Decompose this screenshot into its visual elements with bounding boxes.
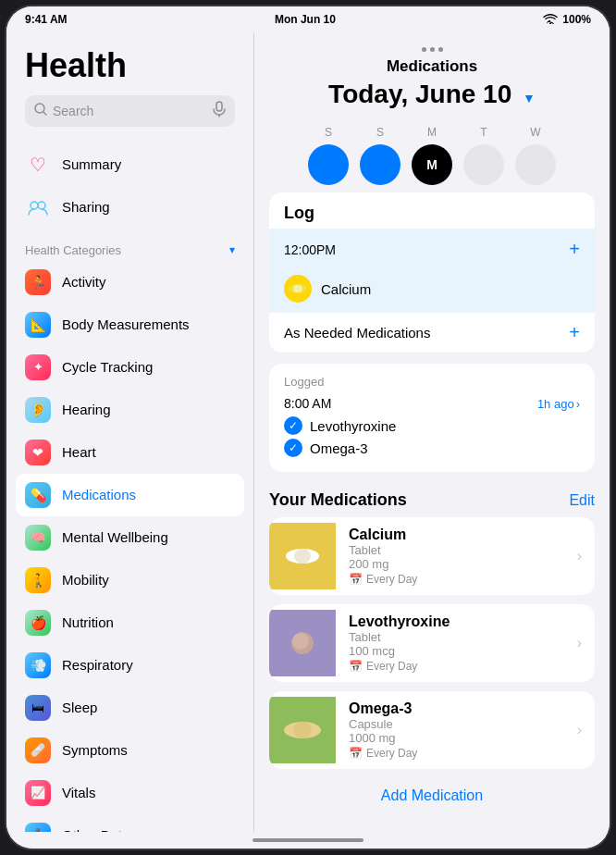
logged-med-omega3: ✓ Omega-3 xyxy=(284,439,580,457)
omega3-name: Omega-3 xyxy=(349,700,564,717)
om-freq-icon: 📅 xyxy=(349,747,363,760)
log-card: Log 12:00PM + Calcium As Needed Medicati… xyxy=(269,192,595,353)
levothyroxine-info: Levothyroxine Tablet 100 mcg 📅 Every Day xyxy=(349,604,564,682)
search-bar[interactable]: Search xyxy=(25,95,235,127)
svg-point-4 xyxy=(31,202,38,209)
log-time-row: 12:00PM + xyxy=(269,229,595,269)
sidebar-item-summary[interactable]: ♡ Summary xyxy=(16,143,244,186)
symptoms-icon: 🩹 xyxy=(25,737,51,763)
log-add-button[interactable]: + xyxy=(569,239,580,260)
status-bar: 9:41 AM Mon Jun 10 100% xyxy=(6,6,610,32)
wifi-icon xyxy=(543,13,558,27)
svg-point-11 xyxy=(292,633,309,650)
omega3-freq-label: Every Day xyxy=(366,747,417,760)
sidebar-item-symptoms[interactable]: 🩹 Symptoms xyxy=(16,729,244,772)
week-label-sat2: S xyxy=(376,126,384,139)
other-icon: ➕ xyxy=(25,823,51,832)
add-medication-button[interactable]: Add Medication xyxy=(381,787,483,804)
heart-icon: ❤ xyxy=(25,440,51,465)
logged-card: Logged 8:00 AM 1h ago › ✓ Levothyroxine … xyxy=(269,364,595,472)
date-title: Today, June 10 ▼ xyxy=(273,80,591,109)
sidebar-item-other[interactable]: ➕ Other Data xyxy=(16,814,244,832)
omega3-freq: 📅 Every Day xyxy=(349,747,564,760)
sharing-icon xyxy=(25,194,51,220)
sidebar-item-body[interactable]: 📐 Body Measurements xyxy=(16,304,244,346)
calcium-freq: 📅 Every Day xyxy=(349,573,564,586)
home-bar xyxy=(253,838,363,842)
log-header: Log xyxy=(269,192,595,229)
levothyroxine-bg-box xyxy=(269,610,336,676)
week-label-sat1: S xyxy=(325,126,332,139)
mobility-icon: 🚶 xyxy=(25,567,51,593)
logged-ago-value: 1h ago › xyxy=(537,397,580,411)
as-needed-add-button[interactable]: + xyxy=(569,322,580,343)
your-meds-header: Your Medications Edit xyxy=(254,483,610,517)
sidebar-item-sharing[interactable]: Sharing xyxy=(16,186,244,229)
calcium-type: Tablet xyxy=(349,543,564,557)
logged-header: Logged xyxy=(284,375,580,389)
sidebar-item-activity[interactable]: 🏃 Activity xyxy=(16,261,244,304)
dot-3 xyxy=(438,47,443,52)
mobility-label: Mobility xyxy=(62,572,109,588)
dot-2 xyxy=(430,47,435,52)
week-day-sat1[interactable]: S xyxy=(308,126,349,185)
levothyroxine-name: Levothyroxine xyxy=(349,613,564,630)
calcium-bg-box xyxy=(269,523,336,589)
log-med-row: Calcium xyxy=(269,269,595,312)
calcium-chevron-icon: › xyxy=(577,548,595,564)
week-label-wed: W xyxy=(530,126,540,139)
med-card-levothyroxine[interactable]: Levothyroxine Tablet 100 mcg 📅 Every Day… xyxy=(269,604,595,682)
home-indicator xyxy=(6,832,610,849)
svg-rect-2 xyxy=(216,102,222,111)
logged-ago-text: 1h ago xyxy=(537,397,574,411)
search-icon xyxy=(34,103,47,119)
week-day-wed[interactable]: W xyxy=(515,126,556,185)
lev-freq-icon: 📅 xyxy=(349,660,363,673)
week-day-sat2[interactable]: S xyxy=(360,126,400,185)
med-card-calcium[interactable]: Calcium Tablet 200 mg 📅 Every Day › xyxy=(269,517,595,595)
logged-med-levothyroxine: ✓ Levothyroxine xyxy=(284,416,580,435)
sharing-label: Sharing xyxy=(62,199,110,215)
mic-icon[interactable] xyxy=(213,101,226,121)
week-label-tue: T xyxy=(480,126,487,139)
cal-freq-icon: 📅 xyxy=(349,573,363,586)
sidebar-item-heart[interactable]: ❤ Heart xyxy=(16,431,244,474)
nutrition-label: Nutrition xyxy=(62,614,114,630)
sidebar-item-hearing[interactable]: 👂 Hearing xyxy=(16,389,244,431)
body-label: Body Measurements xyxy=(62,316,190,332)
sidebar-item-sleep[interactable]: 🛏 Sleep xyxy=(16,687,244,729)
sidebar-item-medications[interactable]: 💊 Medications xyxy=(16,474,244,516)
device-frame: 9:41 AM Mon Jun 10 100% Health Search xyxy=(6,6,610,849)
sidebar-item-respiratory[interactable]: 💨 Respiratory xyxy=(16,644,244,687)
log-time-label: 12:00PM xyxy=(284,242,336,257)
svg-point-5 xyxy=(38,202,45,209)
sidebar-item-mental[interactable]: 🧠 Mental Wellbeing xyxy=(16,516,244,559)
sidebar-item-mobility[interactable]: 🚶 Mobility xyxy=(16,559,244,601)
week-circle-mon: M xyxy=(412,144,452,185)
sidebar-item-vitals[interactable]: 📈 Vitals xyxy=(16,772,244,814)
omega3-dose: 1000 mg xyxy=(349,731,564,745)
top-dots xyxy=(273,42,591,57)
mental-label: Mental Wellbeing xyxy=(62,529,168,545)
sidebar-item-cycle[interactable]: ✦ Cycle Tracking xyxy=(16,346,244,389)
calcium-freq-label: Every Day xyxy=(366,573,417,586)
status-time: 9:41 AM xyxy=(25,13,68,26)
hearing-icon: 👂 xyxy=(25,397,51,423)
search-placeholder: Search xyxy=(53,104,207,118)
med-card-omega3[interactable]: Omega-3 Capsule 1000 mg 📅 Every Day › xyxy=(269,691,595,769)
logged-time-row: 8:00 AM 1h ago › xyxy=(284,396,580,411)
logged-med-label-1: Levothyroxine xyxy=(310,418,396,434)
week-day-tue[interactable]: T xyxy=(463,126,504,185)
edit-button[interactable]: Edit xyxy=(569,492,595,509)
categories-section-header: Health Categories ▾ xyxy=(6,229,253,261)
categories-chevron-icon[interactable]: ▾ xyxy=(229,243,235,256)
your-meds-title: Your Medications xyxy=(269,490,407,510)
vitals-icon: 📈 xyxy=(25,780,51,806)
levothyroxine-freq: 📅 Every Day xyxy=(349,660,564,673)
sleep-label: Sleep xyxy=(62,700,97,715)
summary-icon: ♡ xyxy=(25,152,51,178)
week-day-mon[interactable]: M M xyxy=(412,126,452,185)
check-icon-1: ✓ xyxy=(284,416,302,435)
respiratory-label: Respiratory xyxy=(62,657,133,673)
sidebar-item-nutrition[interactable]: 🍎 Nutrition xyxy=(16,601,244,644)
